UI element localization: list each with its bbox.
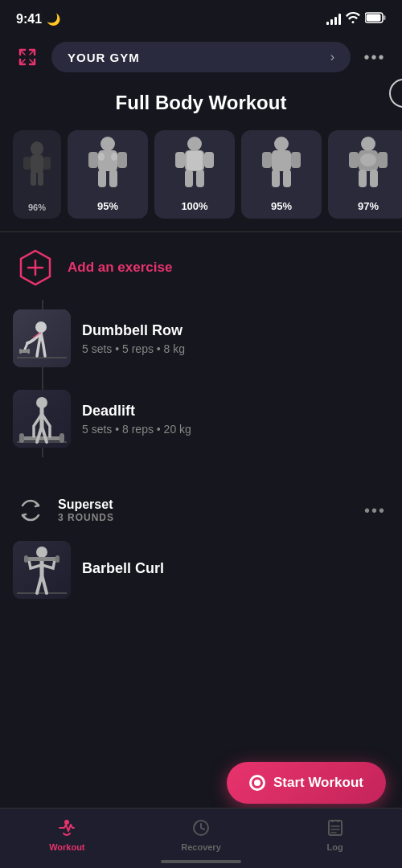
svg-rect-53 xyxy=(24,555,28,563)
superset-info: Superset 3 ROUNDS xyxy=(58,497,351,523)
muscle-figure xyxy=(80,135,136,191)
muscle-card[interactable]: 97% xyxy=(328,130,402,219)
nav-label-log: Log xyxy=(327,842,343,852)
nav-item-workout[interactable]: Workout xyxy=(0,817,134,852)
svg-rect-46 xyxy=(21,436,63,440)
svg-rect-13 xyxy=(98,170,106,187)
superset-rounds: 3 ROUNDS xyxy=(58,512,351,523)
svg-point-30 xyxy=(361,137,375,151)
status-time: 9:41 🌙 xyxy=(16,12,60,27)
log-nav-icon xyxy=(324,817,347,839)
expand-icon[interactable] xyxy=(13,43,42,72)
exercise-name: Dumbbell Row xyxy=(82,322,389,339)
workout-title: Full Body Workout xyxy=(116,92,287,114)
workout-title-section: Full Body Workout xyxy=(0,82,402,121)
exercise-item[interactable]: Barbell Curl xyxy=(0,531,402,647)
svg-point-24 xyxy=(274,137,289,151)
svg-rect-58 xyxy=(331,820,334,822)
svg-rect-20 xyxy=(204,152,214,168)
exercise-name: Deadlift xyxy=(82,403,389,420)
more-options-icon[interactable]: ••• xyxy=(360,43,389,72)
svg-point-17 xyxy=(187,137,202,151)
gym-button[interactable]: YOUR GYM › xyxy=(51,42,351,72)
svg-rect-12 xyxy=(117,152,127,168)
svg-rect-2 xyxy=(367,14,381,22)
exercise-list: Dumbbell Row 5 sets • 5 reps • 8 kg xyxy=(0,300,402,457)
muscle-carousel: 96% 95% xyxy=(0,121,402,228)
svg-rect-28 xyxy=(272,170,280,187)
nav-label-workout: Workout xyxy=(49,842,84,852)
wifi-icon xyxy=(346,12,360,27)
section-divider xyxy=(0,231,402,232)
muscle-percent: 95% xyxy=(271,200,292,212)
muscle-percent: 96% xyxy=(28,203,46,212)
exercise-info: Deadlift 5 sets • 8 reps • 20 kg xyxy=(82,403,389,436)
svg-rect-33 xyxy=(378,152,388,168)
nav-item-recovery[interactable]: Recovery xyxy=(134,817,269,852)
svg-rect-14 xyxy=(109,170,117,187)
exercise-item[interactable]: Dumbbell Row 5 sets • 5 reps • 8 kg xyxy=(0,300,402,380)
title-circle-decoration xyxy=(389,79,402,108)
exercise-info: Barbell Curl xyxy=(82,560,389,580)
exercise-info: Dumbbell Row 5 sets • 5 reps • 8 kg xyxy=(82,322,389,355)
svg-point-36 xyxy=(360,154,376,166)
svg-rect-21 xyxy=(185,170,193,187)
muscle-figure xyxy=(13,135,61,191)
add-exercise-row[interactable]: Add an exercise xyxy=(0,235,402,300)
svg-rect-19 xyxy=(175,152,185,168)
superset-header: Superset 3 ROUNDS ••• xyxy=(0,483,402,531)
muscle-card[interactable]: 100% xyxy=(154,130,235,219)
svg-rect-5 xyxy=(23,157,31,170)
svg-rect-11 xyxy=(88,152,98,168)
svg-rect-54 xyxy=(55,555,59,563)
svg-point-3 xyxy=(31,141,43,156)
muscle-figure xyxy=(253,135,310,191)
exercise-name: Barbell Curl xyxy=(82,560,389,577)
exercise-thumbnail xyxy=(13,309,71,367)
svg-point-16 xyxy=(111,153,117,161)
workout-nav-icon xyxy=(55,817,78,839)
svg-rect-44 xyxy=(27,349,30,354)
muscle-figure xyxy=(166,135,223,191)
recovery-nav-icon xyxy=(190,817,212,839)
svg-point-9 xyxy=(100,137,115,151)
start-workout-button[interactable]: Start Workout xyxy=(227,762,386,804)
svg-rect-6 xyxy=(43,157,51,170)
muscle-percent: 97% xyxy=(358,200,379,212)
muscle-card[interactable]: 95% xyxy=(68,130,148,219)
muscle-percent: 100% xyxy=(181,200,207,212)
chevron-right-icon: › xyxy=(330,50,334,64)
superset-more-icon[interactable]: ••• xyxy=(364,502,386,520)
superset-label: Superset xyxy=(58,497,351,512)
svg-rect-8 xyxy=(38,171,43,186)
superset-icon xyxy=(16,496,45,525)
svg-rect-59 xyxy=(337,820,339,822)
start-workout-circle-icon xyxy=(249,775,265,791)
svg-rect-48 xyxy=(59,433,64,443)
muscle-figure xyxy=(340,135,396,191)
exercise-meta: 5 sets • 8 reps • 20 kg xyxy=(82,423,389,436)
svg-rect-4 xyxy=(31,155,43,173)
muscle-card[interactable]: 96% xyxy=(13,130,61,219)
svg-rect-27 xyxy=(291,152,301,168)
svg-rect-7 xyxy=(31,171,36,186)
home-indicator xyxy=(161,860,241,863)
status-bar: 9:41 🌙 xyxy=(0,0,402,35)
svg-rect-23 xyxy=(187,151,203,170)
svg-point-15 xyxy=(98,153,105,161)
exercise-thumbnail xyxy=(13,390,71,448)
svg-rect-34 xyxy=(359,170,367,187)
exercise-meta: 5 sets • 5 reps • 8 kg xyxy=(82,342,389,355)
bottom-nav: Workout Recovery Log xyxy=(0,808,402,868)
svg-point-55 xyxy=(64,820,69,825)
signal-icon xyxy=(326,14,341,25)
moon-icon: 🌙 xyxy=(47,13,60,26)
exercise-item[interactable]: Deadlift 5 sets • 8 reps • 20 kg xyxy=(0,380,402,457)
svg-point-41 xyxy=(35,321,47,333)
nav-item-log[interactable]: Log xyxy=(268,817,402,852)
svg-rect-43 xyxy=(19,349,22,354)
svg-rect-1 xyxy=(384,15,386,20)
header-row: YOUR GYM › ••• xyxy=(0,35,402,79)
svg-rect-32 xyxy=(349,152,359,168)
muscle-card[interactable]: 95% xyxy=(241,130,322,219)
